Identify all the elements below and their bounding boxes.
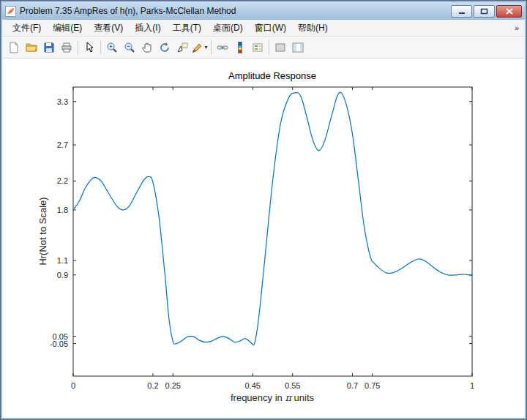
print-icon [61, 42, 72, 53]
hide-plot-tools-button[interactable] [272, 39, 289, 56]
menu-help[interactable]: 帮助(H) [292, 20, 334, 37]
data-cursor-icon [176, 42, 188, 53]
axes-box [73, 87, 472, 376]
zoom-out-button[interactable] [121, 39, 138, 56]
menu-file[interactable]: 文件(F) [7, 20, 47, 37]
menu-insert[interactable]: 插入(I) [129, 20, 166, 37]
menu-window[interactable]: 窗口(W) [249, 20, 292, 37]
rotate-3d-button[interactable] [156, 39, 173, 56]
maximize-icon [480, 6, 488, 17]
insert-legend-button[interactable] [249, 39, 266, 56]
menu-tools[interactable]: 工具(T) [167, 20, 207, 37]
show-plot-tools-button[interactable] [289, 39, 307, 56]
matlab-figure-icon [5, 6, 16, 17]
new-document-icon [8, 42, 20, 53]
zoom-in-icon [106, 42, 118, 53]
minimize-button[interactable] [451, 5, 472, 18]
zoom-in-button[interactable] [103, 39, 121, 56]
link-plot-icon [217, 42, 228, 53]
menubar-overflow-icon[interactable]: » [515, 23, 520, 32]
brush-icon [192, 42, 203, 53]
pan-button[interactable] [138, 39, 156, 56]
figure-toolbar: ▾ [2, 37, 525, 59]
link-plot-button[interactable] [214, 39, 231, 56]
window-title: Problem 7.35 AmpRes of h(n), Parks-McCle… [20, 6, 447, 16]
print-button[interactable] [58, 39, 75, 56]
new-figure-button[interactable] [5, 39, 23, 56]
close-button[interactable] [496, 5, 522, 18]
rotate-3d-icon [159, 42, 171, 53]
edit-plot-button[interactable] [81, 39, 98, 56]
toolbar-separator [78, 40, 78, 55]
window-controls [451, 5, 522, 18]
toolbar-separator [211, 40, 212, 55]
pan-hand-icon [141, 42, 153, 53]
figure-window: Problem 7.35 AmpRes of h(n), Parks-McCle… [0, 0, 527, 420]
figure-canvas[interactable]: Amplitude Response frequency in π units … [2, 59, 525, 418]
insert-colorbar-button[interactable] [231, 39, 249, 56]
maximize-button[interactable] [474, 5, 495, 18]
menu-view[interactable]: 查看(V) [88, 20, 129, 37]
open-folder-icon [26, 42, 37, 53]
amplitude-response-curve [73, 92, 472, 345]
dropdown-arrow-icon: ▾ [204, 44, 207, 50]
toolbar-separator [100, 40, 101, 55]
hide-plot-tools-icon [274, 42, 286, 53]
save-button[interactable] [40, 39, 58, 56]
insert-colorbar-icon [234, 42, 246, 53]
close-icon [506, 6, 513, 17]
menubar: 文件(F) 编辑(E) 查看(V) 插入(I) 工具(T) 桌面(D) 窗口(W… [2, 20, 525, 37]
zoom-out-icon [124, 42, 135, 53]
open-file-button[interactable] [23, 39, 40, 56]
menu-desktop[interactable]: 桌面(D) [207, 20, 249, 37]
pointer-icon [83, 42, 95, 53]
toolbar-separator [269, 40, 269, 55]
minimize-icon [458, 6, 466, 17]
titlebar[interactable]: Problem 7.35 AmpRes of h(n), Parks-McCle… [2, 2, 525, 20]
show-plot-tools-icon [292, 42, 304, 53]
save-icon [43, 42, 55, 53]
plot-svg [2, 59, 525, 417]
brush-data-button[interactable]: ▾ [191, 39, 209, 56]
insert-legend-icon [252, 42, 264, 53]
data-cursor-button[interactable] [173, 39, 191, 56]
menu-edit[interactable]: 编辑(E) [47, 20, 88, 37]
